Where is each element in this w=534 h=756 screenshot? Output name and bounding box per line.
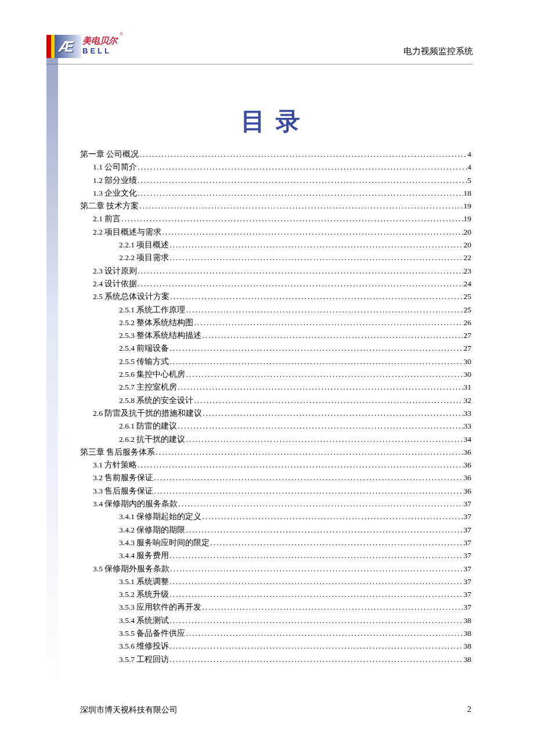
- toc-label: 2.5.8 系统的安全设计: [119, 397, 193, 405]
- toc-label: 第三章 售后服务体系: [80, 448, 155, 456]
- toc-label: 第一章 公司概况: [80, 150, 139, 159]
- toc-entry: 3.5.3 应用软件的再开发..........................…: [80, 603, 471, 611]
- toc-leader-dots: ........................................…: [139, 150, 467, 159]
- toc-entry: 3.5.5 备品备件供应............................…: [80, 629, 471, 638]
- toc-entry: 3.5.1 系统调整..............................…: [80, 578, 471, 586]
- toc-page: 36: [464, 487, 472, 495]
- toc-label: 2.3 设计原则: [93, 267, 137, 275]
- toc-label: 2.5.5 传输方式: [119, 358, 169, 366]
- toc-page: 22: [464, 254, 472, 262]
- toc-label: 1.2 部分业绩: [93, 177, 137, 185]
- toc-entry: 2.2.1 项目概述..............................…: [80, 241, 471, 249]
- toc-label: 2.5.2 整体系统结构图: [119, 319, 193, 327]
- toc-page: 19: [464, 202, 472, 210]
- toc-label: 2.5.7 主控室机房: [119, 383, 177, 391]
- toc-label: 2.5.1 系统工作原理: [119, 306, 185, 314]
- toc-label: 3.4.4 服务费用: [119, 552, 169, 560]
- toc-label: 3.5.4 系统测试: [119, 617, 169, 625]
- toc-page: 38: [464, 617, 472, 625]
- toc-leader-dots: ........................................…: [169, 241, 463, 249]
- toc-entry: 第二章 技术方案................................…: [80, 202, 471, 210]
- toc-label: 3.5 保修期外服务条款: [93, 565, 169, 573]
- toc-leader-dots: ........................................…: [178, 383, 463, 391]
- toc-leader-dots: ........................................…: [138, 177, 467, 185]
- toc-leader-dots: ........................................…: [178, 500, 463, 508]
- toc-page: 4: [467, 150, 471, 159]
- toc-entry: 1.2 部分业绩................................…: [80, 177, 471, 185]
- toc-label: 1.3 企业文化: [93, 189, 137, 197]
- toc-leader-dots: ........................................…: [169, 656, 463, 664]
- logo-blue-block: Æ: [55, 35, 81, 58]
- footer-company: 深圳市博天视科技有限公司: [80, 705, 178, 715]
- toc-page: 23: [464, 267, 472, 275]
- logo-en: BELL: [82, 46, 117, 55]
- toc-page: 37: [464, 539, 472, 547]
- toc-leader-dots: ........................................…: [169, 642, 463, 650]
- toc-entry: 第一章 公司概况................................…: [80, 150, 471, 159]
- toc-label: 2.6.1 防雷的建议: [119, 422, 177, 430]
- toc-page: 20: [464, 241, 472, 249]
- toc-leader-dots: ........................................…: [169, 254, 463, 262]
- toc-page: 38: [464, 656, 472, 664]
- toc-page: 5: [467, 177, 471, 185]
- toc-page: 37: [464, 565, 472, 573]
- toc-label: 2.1 前言: [93, 215, 121, 223]
- toc-entry: 3.4.1 保修期起始的定义..........................…: [80, 513, 471, 521]
- toc-page: 33: [464, 422, 472, 430]
- toc-leader-dots: ........................................…: [138, 461, 463, 469]
- toc-entry: 2.5.3 整体系统结构描述..........................…: [80, 332, 471, 340]
- toc-leader-dots: ........................................…: [169, 344, 463, 352]
- toc-entry: 2.5.5 传输方式..............................…: [80, 358, 471, 366]
- toc-leader-dots: ........................................…: [186, 526, 463, 534]
- toc-leader-dots: ........................................…: [194, 397, 463, 405]
- toc-label: 3.5.3 应用软件的再开发: [119, 603, 201, 611]
- toc-page: 25: [464, 293, 472, 301]
- toc-label: 2.5.3 整体系统结构描述: [119, 332, 201, 340]
- toc-entry: 2.3 设计原则................................…: [80, 267, 471, 275]
- content: 目录 第一章 公司概况.............................…: [0, 64, 534, 663]
- toc-label: 3.4.1 保修期起始的定义: [119, 513, 201, 521]
- page-header: Æ 美电贝尔 BELL ® 电力视频监控系统: [46, 0, 473, 64]
- toc-page: 20: [464, 228, 472, 236]
- toc-leader-dots: ........................................…: [169, 591, 463, 599]
- toc-label: 3.5.6 维修投诉: [119, 642, 169, 650]
- toc-leader-dots: ........................................…: [162, 228, 463, 236]
- toc-entry: 2.5 系统总体设计方案............................…: [80, 293, 471, 301]
- toc-leader-dots: ........................................…: [138, 189, 463, 197]
- toc-label: 3.5.7 工程回访: [119, 656, 169, 664]
- toc-entry: 2.5.4 前端设备..............................…: [80, 344, 471, 352]
- toc-leader-dots: ........................................…: [186, 306, 463, 314]
- toc-entry: 3.3 售后服务保证..............................…: [80, 487, 471, 495]
- toc-page: 38: [464, 629, 472, 638]
- toc-entry: 2.5.6 集控中心机房............................…: [80, 370, 471, 379]
- toc-entry: 3.5.2 系统升级..............................…: [80, 591, 471, 599]
- toc-leader-dots: ........................................…: [138, 280, 463, 288]
- toc-entry: 第三章 售后服务体系..............................…: [80, 448, 471, 456]
- logo-mark: Æ: [46, 32, 81, 58]
- toc-entry: 2.6.2 抗干扰的建议............................…: [80, 435, 471, 444]
- toc-leader-dots: ........................................…: [169, 358, 463, 366]
- toc-page: 37: [464, 591, 472, 599]
- toc-page: 37: [464, 578, 472, 586]
- toc-label: 1.1 公司简介: [93, 163, 137, 171]
- logo-text: 美电贝尔 BELL: [82, 35, 117, 55]
- toc-page: 27: [464, 344, 472, 352]
- toc-leader-dots: ........................................…: [170, 565, 463, 573]
- toc-page: 31: [464, 383, 472, 391]
- toc-leader-dots: ........................................…: [169, 578, 463, 586]
- toc-leader-dots: ........................................…: [202, 513, 463, 521]
- toc-page: 24: [464, 280, 472, 288]
- toc-page: 38: [464, 642, 472, 650]
- toc-page: 26: [464, 319, 472, 327]
- table-of-contents: 第一章 公司概况................................…: [80, 150, 471, 663]
- toc-entry: 3.5 保修期外服务条款............................…: [80, 565, 471, 573]
- toc-leader-dots: ........................................…: [178, 422, 463, 430]
- toc-page: 27: [464, 332, 472, 340]
- toc-entry: 2.4 设计依据................................…: [80, 280, 471, 288]
- toc-page: 30: [464, 358, 472, 366]
- toc-leader-dots: ........................................…: [154, 474, 463, 482]
- toc-entry: 2.5.1 系统工作原理............................…: [80, 306, 471, 314]
- toc-label: 2.5.6 集控中心机房: [119, 370, 185, 379]
- toc-label: 2.2 项目概述与需求: [93, 228, 161, 236]
- toc-label: 3.1 方针策略: [93, 461, 137, 469]
